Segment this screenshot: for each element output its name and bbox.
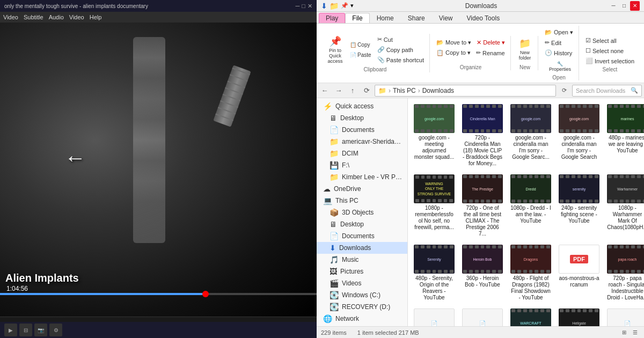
path-downloads[interactable]: Downloads bbox=[422, 87, 454, 94]
nav-forward[interactable]: → bbox=[333, 85, 345, 97]
file-item-new-folder-9[interactable]: 📄 New folder(9) bbox=[604, 306, 644, 326]
this-pc-breadcrumb[interactable]: 📁 bbox=[378, 87, 386, 94]
sidebar-item-3d-objects[interactable]: 📦 3D Objects bbox=[317, 207, 407, 218]
sidebar-item-network[interactable]: 🌐 Network bbox=[317, 313, 407, 325]
qat-dropdown[interactable]: ▾ bbox=[350, 2, 354, 9]
file-item-hellgate[interactable]: Hellgate 480p - Hellgate London 'Cinemat… bbox=[556, 306, 602, 326]
btn-open[interactable]: 📂 Open ▾ bbox=[543, 28, 575, 37]
menu-subtitle[interactable]: Subtitle bbox=[24, 14, 43, 20]
nav-back[interactable]: ← bbox=[319, 85, 331, 97]
sidebar-item-americavr[interactable]: 📁 americavr-Sheridan... bbox=[317, 136, 407, 148]
taskbar-icon-3[interactable]: 📷 bbox=[34, 324, 47, 336]
sidebar-item-windows-c[interactable]: 💽 Windows (C:) bbox=[317, 289, 407, 301]
video-close[interactable]: ✕ bbox=[308, 3, 312, 10]
nav-recent[interactable]: ⟳ bbox=[361, 85, 372, 97]
btn-properties[interactable]: 🔧 Properties bbox=[546, 60, 574, 74]
btn-cut[interactable]: ✂ Cut bbox=[375, 35, 426, 44]
search-bar[interactable]: Search Downloads 🔍 bbox=[572, 85, 642, 97]
file-item-rememberless[interactable]: WARNINGONLY THESTRONG SURVIVE 1080p - re… bbox=[411, 172, 457, 240]
path-this-pc[interactable]: This PC bbox=[393, 87, 416, 94]
video-maximize[interactable]: □ bbox=[302, 3, 305, 10]
sidebar-item-dcim[interactable]: 📁 DCIM bbox=[317, 148, 407, 159]
tab-home[interactable]: Home bbox=[370, 13, 401, 23]
sidebar-item-documents-1[interactable]: 📄 Documents bbox=[317, 124, 407, 136]
file-item-heroin-bob[interactable]: Heroin Bob 360p - Heroin Bob - YouTube bbox=[459, 242, 506, 304]
taskbar-icon-1[interactable]: ▶ bbox=[4, 324, 17, 336]
open-group-label: Open bbox=[552, 75, 565, 80]
view-btn-list[interactable]: ☰ bbox=[630, 328, 640, 337]
sidebar-item-recovery-d[interactable]: 💽 RECOVERY (D:) bbox=[317, 301, 407, 313]
maximize-button[interactable]: □ bbox=[619, 1, 629, 11]
sidebar-item-pictures[interactable]: 🖼 Pictures bbox=[317, 266, 407, 277]
btn-pin-quick-access[interactable]: 📌 Pin to Quickaccess bbox=[324, 34, 346, 65]
btn-copy-to[interactable]: 📋 Copy to ▾ bbox=[434, 48, 473, 57]
btn-move-to[interactable]: 📂 Move to ▾ bbox=[434, 38, 473, 47]
sidebar-item-onedrive[interactable]: ☁ OneDrive bbox=[317, 183, 407, 195]
file-item-google-cinderalla-2[interactable]: google.com google.com - cinderalla man I… bbox=[556, 101, 602, 170]
file-name-google-cinderalla-1: google.com - cinderalla man I'm sorry - … bbox=[510, 135, 551, 160]
nav-refresh[interactable]: ⟳ bbox=[558, 85, 570, 97]
sidebar-item-documents-2[interactable]: 📄 Documents bbox=[317, 230, 407, 242]
file-item-pdf-aos[interactable]: PDF aos-monstrous-a rcanum bbox=[556, 242, 602, 304]
file-thumb-new-folder-10: 📄 bbox=[414, 308, 455, 326]
btn-history[interactable]: 🕒 History bbox=[543, 48, 575, 57]
sidebar-item-music[interactable]: 🎵 Music bbox=[317, 254, 407, 266]
file-item-papa-roach[interactable]: papa roach 720p - papa roach - Singular … bbox=[604, 242, 644, 304]
progress-bar[interactable] bbox=[0, 293, 317, 295]
btn-copy-path[interactable]: 🔗 Copy path bbox=[375, 45, 426, 54]
menu-audio[interactable]: Audio bbox=[49, 14, 64, 20]
btn-paste-shortcut[interactable]: 📎 Paste shortcut bbox=[375, 55, 426, 64]
btn-copy[interactable]: 📋 Copy bbox=[347, 40, 374, 49]
btn-select-all[interactable]: ☑ Select all bbox=[583, 36, 636, 45]
file-item-google-meeting[interactable]: google.com google.com - meeting adjourne… bbox=[411, 101, 457, 170]
menu-video2[interactable]: Video bbox=[69, 14, 84, 20]
taskbar-icon-4[interactable]: ⚙ bbox=[49, 324, 62, 336]
file-item-serenity-fight[interactable]: serenity 240p - serenity fighting scene … bbox=[556, 172, 602, 240]
file-item-google-cinderalla-1[interactable]: google.com google.com - cinderalla man I… bbox=[508, 101, 554, 170]
sidebar-item-fslash[interactable]: 💾 F:\ bbox=[317, 159, 407, 171]
btn-select-none[interactable]: ☐ Select none bbox=[583, 46, 636, 55]
qat-folder[interactable]: 📁 bbox=[330, 2, 339, 10]
btn-paste[interactable]: 📄 Paste bbox=[347, 50, 374, 60]
tab-file[interactable]: File bbox=[345, 13, 369, 23]
qat-back[interactable]: ⬇ bbox=[321, 2, 327, 10]
sidebar-item-quick-access[interactable]: ⚡ Quick access bbox=[317, 100, 407, 112]
sidebar-item-this-pc[interactable]: 💻 This PC bbox=[317, 195, 407, 207]
tab-play[interactable]: Play bbox=[319, 13, 345, 23]
menu-video[interactable]: Video bbox=[3, 14, 18, 20]
sidebar-item-desktop-2[interactable]: 🖥 Desktop bbox=[317, 218, 407, 230]
file-item-cinderella[interactable]: Cinderella Man 720p - Cinderella Man (18… bbox=[459, 101, 506, 170]
file-thumb-dragons: Dragons bbox=[510, 245, 551, 274]
btn-invert-selection[interactable]: ⬜ Invert selection bbox=[583, 56, 636, 65]
qat-pin[interactable]: 📌 bbox=[341, 2, 348, 9]
file-item-marines[interactable]: marines 480p - marines, we are leaving -… bbox=[604, 101, 644, 170]
file-item-dredd[interactable]: Dredd 1080p - Dredd - I am the law. - Yo… bbox=[508, 172, 554, 240]
tab-view[interactable]: View bbox=[432, 13, 460, 23]
btn-edit[interactable]: ✏ Edit bbox=[543, 38, 575, 47]
file-item-new-folder-10[interactable]: 📄 New folder(10) bbox=[411, 306, 457, 326]
sidebar-item-desktop-1[interactable]: 🖥 Desktop bbox=[317, 112, 407, 124]
address-bar[interactable]: 📁 › This PC › Downloads bbox=[375, 85, 556, 97]
close-button[interactable]: ✕ bbox=[630, 1, 640, 11]
sidebar-item-videos[interactable]: 🎬 Videos bbox=[317, 277, 407, 289]
file-item-warhammer[interactable]: Warhammer 1080p - Warhammer Mark Of Chao… bbox=[604, 172, 644, 240]
file-item-warcraft[interactable]: WARCRAFT 1080p - WARCRAFT Movie Trailer … bbox=[508, 306, 554, 326]
file-item-new-folder-11[interactable]: 📄 New folder(11) bbox=[459, 306, 506, 326]
btn-rename[interactable]: ✏ Rename bbox=[474, 48, 507, 57]
taskbar-icon-2[interactable]: ⊟ bbox=[19, 324, 32, 336]
video-minimize[interactable]: ─ bbox=[296, 3, 300, 10]
view-btn-grid[interactable]: ⊞ bbox=[619, 328, 629, 337]
tab-share[interactable]: Share bbox=[401, 13, 432, 23]
btn-new-folder[interactable]: 📁 Newfolder bbox=[515, 36, 535, 62]
sidebar-item-downloads[interactable]: ⬇ Downloads bbox=[317, 242, 407, 254]
nav-up[interactable]: ↑ bbox=[347, 85, 358, 97]
file-item-prestige[interactable]: The Prestige 720p - One of the all time … bbox=[459, 172, 506, 240]
menu-help[interactable]: Help bbox=[90, 14, 102, 20]
file-thumb-google-cinderalla-2: google.com bbox=[559, 104, 599, 133]
file-item-dragons[interactable]: Dragons 480p - Flight of Dragons (1982) … bbox=[508, 242, 554, 304]
tab-video-tools[interactable]: Video Tools bbox=[460, 13, 507, 23]
file-item-serenity-reavers[interactable]: Serenity 480p - Serenity, Origin of the … bbox=[411, 242, 457, 304]
minimize-button[interactable]: ─ bbox=[609, 1, 618, 11]
btn-delete[interactable]: ✕ Delete ▾ bbox=[474, 38, 507, 47]
sidebar-item-kimber[interactable]: 📁 Kimber Lee - VR Pac... bbox=[317, 171, 407, 183]
